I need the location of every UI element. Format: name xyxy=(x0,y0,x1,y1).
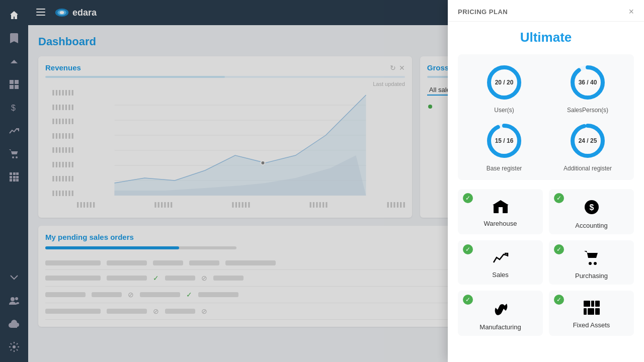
svg-rect-44 xyxy=(499,207,503,213)
module-label-fixed-assets: Fixed Assets xyxy=(573,321,610,329)
purchasing-check-icon: ✓ xyxy=(554,244,564,254)
base-register-circle-item: 15 / 16 Base register xyxy=(466,121,542,172)
fixed-assets-check-icon: ✓ xyxy=(554,295,564,305)
users-donut-svg: 20 / 20 xyxy=(484,62,524,103)
module-tile-fixed-assets: ✓ Fixed Assets xyxy=(549,291,634,336)
svg-point-47 xyxy=(589,262,592,265)
base-register-circle-label: Base register xyxy=(487,165,522,172)
svg-point-48 xyxy=(594,262,597,265)
svg-marker-43 xyxy=(493,200,509,205)
salesperson-circle-value: 36 / 40 xyxy=(579,79,597,86)
svg-rect-51 xyxy=(595,301,600,307)
module-label-sales: Sales xyxy=(492,271,509,279)
sales-icon xyxy=(493,250,509,268)
svg-rect-52 xyxy=(584,308,587,315)
svg-text:$: $ xyxy=(589,203,594,212)
salesperson-circle-item: 36 / 40 SalesPerson(s) xyxy=(549,62,626,114)
salesperson-circle-label: SalesPerson(s) xyxy=(567,107,608,114)
accounting-check-icon: ✓ xyxy=(554,193,564,203)
pricing-panel: PRICING PLAN × Ultimate 20 / 20 User(s) xyxy=(448,0,644,362)
module-tile-accounting: ✓ $ Accounting xyxy=(549,189,634,234)
module-tile-manufacturing: ✓ Manufacturing xyxy=(458,291,543,336)
module-label-manufacturing: Manufacturing xyxy=(479,323,521,331)
additional-register-donut-svg: 24 / 25 xyxy=(568,121,608,161)
additional-register-circle-item: 24 / 25 Additional register xyxy=(549,121,626,172)
modules-grid: ✓ Warehouse ✓ $ xyxy=(458,189,634,336)
pricing-panel-title: PRICING PLAN xyxy=(458,8,508,16)
users-circle-item: 20 / 20 User(s) xyxy=(466,62,542,114)
plan-name: Ultimate xyxy=(458,30,634,45)
svg-rect-50 xyxy=(591,301,594,307)
module-label-accounting: Accounting xyxy=(575,222,607,229)
sales-check-icon: ✓ xyxy=(463,244,473,254)
fixed-assets-icon xyxy=(584,301,600,318)
additional-register-circle-label: Additional register xyxy=(564,165,612,172)
users-circle-value: 20 / 20 xyxy=(495,79,514,86)
usage-circles-grid: 20 / 20 User(s) 36 / 40 SalesPerson(s) 1 xyxy=(458,54,634,180)
svg-rect-53 xyxy=(588,308,594,315)
manufacturing-icon xyxy=(493,301,509,320)
warehouse-check-icon: ✓ xyxy=(463,193,473,203)
pricing-panel-body: Ultimate 20 / 20 User(s) 36 / 40 Sal xyxy=(448,22,644,362)
base-register-donut-svg: 15 / 16 xyxy=(484,121,524,161)
svg-rect-54 xyxy=(595,308,600,315)
svg-rect-49 xyxy=(584,301,590,307)
manufacturing-check-icon: ✓ xyxy=(463,295,473,305)
module-label-warehouse: Warehouse xyxy=(484,220,517,227)
accounting-icon: $ xyxy=(584,199,600,219)
pricing-panel-close-button[interactable]: × xyxy=(628,7,634,16)
base-register-circle-value: 15 / 16 xyxy=(495,137,514,144)
additional-register-circle-value: 24 / 25 xyxy=(579,137,597,144)
purchasing-icon xyxy=(584,250,600,269)
module-tile-warehouse: ✓ Warehouse xyxy=(458,189,543,234)
users-circle-label: User(s) xyxy=(494,107,514,114)
module-label-purchasing: Purchasing xyxy=(575,272,608,280)
salesperson-donut-svg: 36 / 40 xyxy=(568,62,608,103)
module-tile-sales: ✓ Sales xyxy=(458,240,543,285)
module-tile-purchasing: ✓ Purchasing xyxy=(549,240,634,285)
pricing-panel-header: PRICING PLAN × xyxy=(448,0,644,22)
warehouse-icon xyxy=(493,199,509,217)
